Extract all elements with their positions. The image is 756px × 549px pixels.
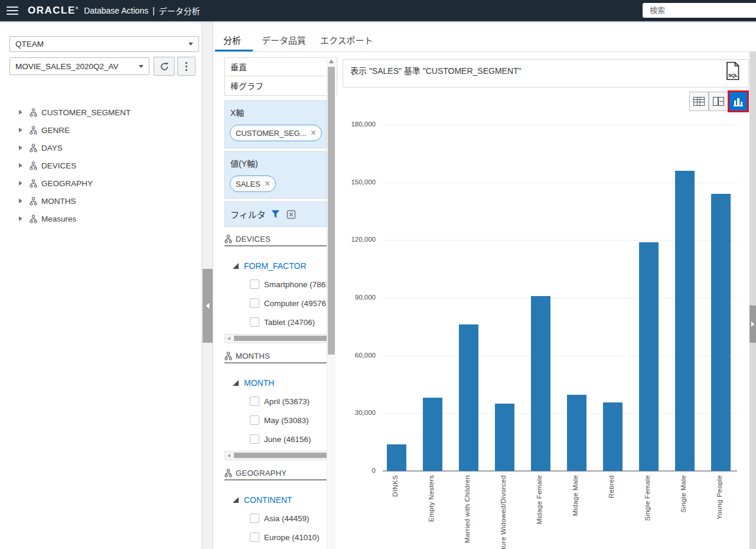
expand-caret-icon[interactable] [19,110,22,115]
bar-mature-widowed-divorced[interactable] [495,404,514,471]
database-actions-app: ORACLE® Database Actions | データ分析 QTEAM M… [0,0,756,549]
y-axis-dropzone[interactable]: 値(Y軸) SALES [224,151,327,199]
chart-type-select[interactable]: 棒グラフ [224,76,337,96]
hierarchy-icon [30,108,37,117]
facet-option: April (53673) [245,395,309,407]
x-axis-chip[interactable]: CUSTOMER_SEG... [230,125,322,141]
view-as-split-button[interactable] [709,92,728,111]
refresh-button[interactable] [154,57,175,76]
remove-chip-icon[interactable] [265,179,270,189]
collapse-triangle-icon[interactable] [233,497,239,503]
tree-item-months[interactable]: MONTHS [9,194,198,208]
facet-group-continent[interactable]: CONTINENT [227,493,292,506]
scrollbar-thumb[interactable] [234,453,327,458]
tab-analysis[interactable]: 分析 [223,34,241,46]
bar-empty-nesters[interactable] [423,398,442,471]
facet-group-form_factor[interactable]: FORM_FACTOR [227,259,307,272]
tree-item-devices[interactable]: DEVICES [9,158,198,173]
expand-caret-icon[interactable] [19,163,22,168]
expand-caret-icon[interactable] [19,199,22,203]
checkbox[interactable] [250,532,259,542]
x-axis-dropzone[interactable]: X軸 CUSTOMER_SEG... [224,100,327,148]
facet-option: June (46156) [245,433,311,445]
scroll-left-icon[interactable] [227,337,230,340]
tree-item-customer_segment[interactable]: CUSTOMER_SEGMENT [9,105,198,119]
view-as-chart-button[interactable] [728,90,749,112]
scrollbar-thumb[interactable] [328,67,335,355]
collapse-triangle-icon[interactable] [233,263,239,269]
show-sql-button[interactable]: SQL [725,61,740,83]
right-splitter[interactable] [750,52,756,549]
facet-section-devices: DEVICES [224,232,327,245]
x-category-label: Midage Male [572,475,581,516]
checkbox[interactable] [250,514,259,523]
view-as-table-button[interactable] [689,92,709,111]
builder-vertical-scrollbar[interactable] [327,57,335,549]
kebab-menu-icon [185,66,187,67]
facet-section-rule [224,479,327,480]
scroll-left-icon[interactable] [227,454,230,457]
checkbox[interactable] [250,397,259,406]
filter-funnel-icon[interactable] [271,210,280,219]
bar-dinks[interactable] [387,444,406,471]
facet-section-months: MONTHS [224,349,327,362]
x-category-label: Young People [716,475,725,519]
y-tick-label: 150,000 [330,178,376,186]
checkbox[interactable] [250,280,259,289]
table-icon [693,97,705,106]
expand-caret-icon[interactable] [19,181,22,186]
refresh-icon [159,61,170,72]
tree-item-days[interactable]: DAYS [9,141,198,155]
facet-option: Tablet (24706) [245,316,315,328]
y-tick-label: 0 [330,467,376,474]
collapse-triangle-icon[interactable] [233,380,239,386]
tabbar-border [213,51,756,52]
bar-young-people[interactable] [711,194,731,471]
active-tab-indicator [215,50,253,51]
tab-export[interactable]: エクスポート [320,34,373,46]
more-actions-button[interactable] [177,57,195,76]
checkbox[interactable] [250,317,259,327]
tree-item-geography[interactable]: GEOGRAPHY [9,176,198,190]
x-category-label: Mature Widowed/Divorced [500,475,509,549]
expand-right-panel-handle[interactable] [750,306,756,343]
y-tick-label: 180,000 [330,121,376,128]
bar-chart-icon [734,97,744,106]
filter-dropzone[interactable]: フィルタ [224,202,327,227]
scroll-up-icon[interactable] [329,60,334,63]
analytic-view-select[interactable]: MOVIE_SALES_2020Q2_AV [9,57,149,75]
clear-filter-icon[interactable] [286,210,296,219]
facet-group-month[interactable]: MONTH [227,376,274,389]
expand-caret-icon[interactable] [19,145,22,150]
bar-midage-female[interactable] [531,296,550,471]
y-axis-chip[interactable]: SALES [230,176,276,192]
checkbox[interactable] [250,298,259,308]
facet-horizontal-scrollbar[interactable] [224,451,328,460]
bar-single-male[interactable] [675,171,695,471]
collapse-left-panel-handle[interactable] [203,269,213,343]
x-category-label: Single Female [644,475,653,521]
x-category-label: Empty Nesters [428,475,437,522]
checkbox[interactable] [250,434,259,444]
scrollbar-thumb[interactable] [234,336,327,341]
bar-married-with-children[interactable] [459,324,478,471]
facet-horizontal-scrollbar[interactable] [224,334,328,343]
hamburger-menu-icon[interactable] [6,7,18,15]
x-category-label: DINKS [392,475,401,497]
tab-data-quality[interactable]: データ品質 [262,34,306,46]
bar-single-female[interactable] [639,242,659,471]
bar-retired[interactable] [603,402,623,471]
orientation-select[interactable]: 垂直 [224,57,337,76]
expand-caret-icon[interactable] [19,128,22,132]
tree-item-measures[interactable]: Measures [9,212,198,226]
remove-chip-icon[interactable] [311,128,316,138]
expand-caret-icon[interactable] [19,216,22,221]
x-category-label: Single Male [680,475,689,512]
search-input[interactable] [643,3,756,18]
tree-item-genre[interactable]: GENRE [9,123,198,137]
bar-midage-male[interactable] [567,395,586,471]
checkbox[interactable] [250,415,259,425]
hierarchy-icon [224,469,232,477]
header-divider: | [152,6,155,15]
schema-select[interactable]: QTEAM [9,36,199,52]
